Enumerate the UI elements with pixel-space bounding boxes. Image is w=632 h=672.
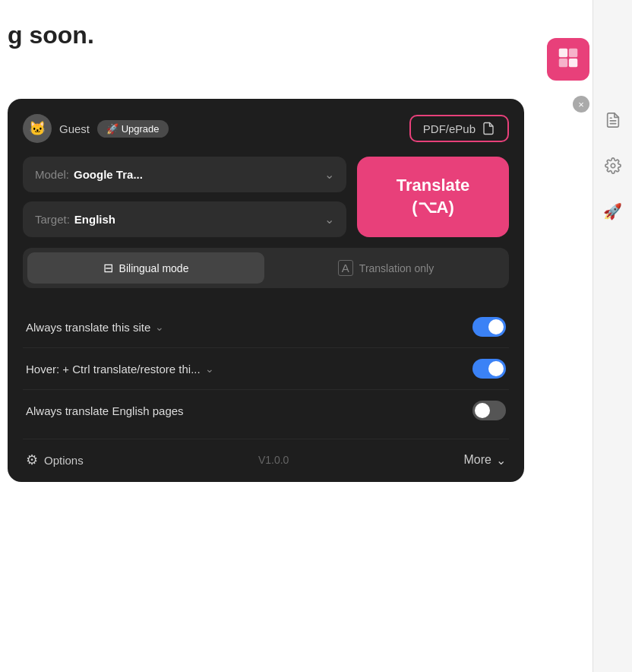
bilingual-label: Bilingual mode bbox=[119, 262, 189, 274]
avatar: 🐱 bbox=[23, 114, 52, 143]
version-label: V1.0.0 bbox=[258, 454, 289, 466]
always-translate-site-row: Always translate this site ⌄ bbox=[23, 306, 509, 348]
svg-rect-4 bbox=[569, 48, 577, 56]
floating-btn-icon bbox=[558, 47, 579, 72]
always-translate-english-row: Always translate English pages bbox=[23, 390, 509, 431]
sidebar-icon-document[interactable] bbox=[599, 106, 627, 134]
translate-line1: Translate bbox=[397, 175, 470, 197]
model-selector[interactable]: Model: Google Tra... ⌄ bbox=[23, 157, 346, 192]
sidebar-icon-rocket[interactable]: 🚀 bbox=[599, 198, 627, 225]
target-chevron: ⌄ bbox=[324, 212, 334, 227]
always-translate-site-text: Always translate this site bbox=[26, 321, 150, 334]
bilingual-icon: ⊟ bbox=[103, 261, 113, 275]
sidebar-icon-settings[interactable] bbox=[599, 152, 627, 179]
header-left: 🐱 Guest 🚀 Upgrade bbox=[23, 114, 169, 143]
svg-rect-5 bbox=[559, 58, 567, 66]
translate-btn-text: Translate (⌥A) bbox=[397, 175, 470, 218]
model-selector-left: Model: Google Tra... bbox=[35, 168, 143, 181]
pdf-epub-button[interactable]: PDF/ePub bbox=[409, 115, 509, 142]
more-button[interactable]: More ⌄ bbox=[464, 453, 506, 468]
toggle-knob-3 bbox=[475, 403, 490, 418]
options-label: Options bbox=[44, 454, 84, 467]
always-translate-english-label: Always translate English pages bbox=[26, 404, 184, 417]
translation-icon: A bbox=[338, 260, 353, 276]
hover-translate-toggle[interactable] bbox=[472, 359, 506, 379]
model-value: Google Tra... bbox=[74, 168, 143, 181]
page-content-text: g soon. bbox=[0, 21, 94, 49]
more-chevron: ⌄ bbox=[496, 453, 506, 468]
upgrade-button[interactable]: 🚀 Upgrade bbox=[97, 120, 168, 138]
always-translate-english-toggle[interactable] bbox=[472, 401, 506, 420]
translation-popup: 🐱 Guest 🚀 Upgrade PDF/ePub Model: Google… bbox=[8, 99, 524, 482]
selectors-left: Model: Google Tra... ⌄ Target: English ⌄ bbox=[23, 157, 346, 237]
svg-rect-6 bbox=[569, 58, 577, 66]
options-button[interactable]: ⚙ Options bbox=[26, 452, 84, 468]
translate-line2: (⌥A) bbox=[397, 197, 470, 219]
pdf-label: PDF/ePub bbox=[423, 122, 476, 135]
toggle-knob-2 bbox=[488, 361, 504, 376]
translate-button[interactable]: Translate (⌥A) bbox=[357, 157, 509, 237]
more-label: More bbox=[464, 453, 491, 467]
right-sidebar: 🚀 bbox=[592, 0, 632, 672]
bilingual-mode-option[interactable]: ⊟ Bilingual mode bbox=[27, 252, 264, 284]
mode-toggle: ⊟ Bilingual mode A Translation only bbox=[23, 248, 509, 288]
svg-rect-3 bbox=[559, 48, 567, 56]
floating-translate-button[interactable] bbox=[547, 38, 589, 81]
target-selector-left: Target: English bbox=[35, 213, 115, 226]
always-translate-site-chevron[interactable]: ⌄ bbox=[155, 321, 164, 333]
always-translate-english-text: Always translate English pages bbox=[26, 404, 184, 417]
gear-icon: ⚙ bbox=[26, 452, 38, 468]
hover-translate-label: Hover: + Ctrl translate/restore thi... ⌄ bbox=[26, 363, 214, 376]
close-button[interactable]: × bbox=[573, 96, 589, 113]
model-label: Model: bbox=[35, 168, 69, 181]
settings-section: Always translate this site ⌄ Hover: + Ct… bbox=[23, 302, 509, 436]
hover-translate-chevron[interactable]: ⌄ bbox=[205, 363, 214, 375]
popup-header: 🐱 Guest 🚀 Upgrade PDF/ePub bbox=[23, 114, 509, 143]
target-selector[interactable]: Target: English ⌄ bbox=[23, 201, 346, 237]
target-value: English bbox=[74, 213, 115, 226]
always-translate-site-toggle[interactable] bbox=[472, 317, 506, 337]
upgrade-label: 🚀 Upgrade bbox=[106, 123, 159, 135]
hover-translate-row: Hover: + Ctrl translate/restore thi... ⌄ bbox=[23, 348, 509, 390]
always-translate-site-label: Always translate this site ⌄ bbox=[26, 321, 164, 334]
translation-only-option[interactable]: A Translation only bbox=[267, 252, 504, 284]
selectors-and-translate: Model: Google Tra... ⌄ Target: English ⌄… bbox=[23, 157, 509, 237]
model-chevron: ⌄ bbox=[324, 167, 334, 182]
target-label: Target: bbox=[35, 213, 70, 226]
popup-footer: ⚙ Options V1.0.0 More ⌄ bbox=[23, 439, 509, 482]
translation-only-label: Translation only bbox=[359, 262, 434, 274]
toggle-knob bbox=[488, 319, 504, 334]
guest-label: Guest bbox=[59, 122, 90, 135]
hover-translate-text: Hover: + Ctrl translate/restore thi... bbox=[26, 363, 201, 376]
svg-point-2 bbox=[611, 163, 615, 168]
